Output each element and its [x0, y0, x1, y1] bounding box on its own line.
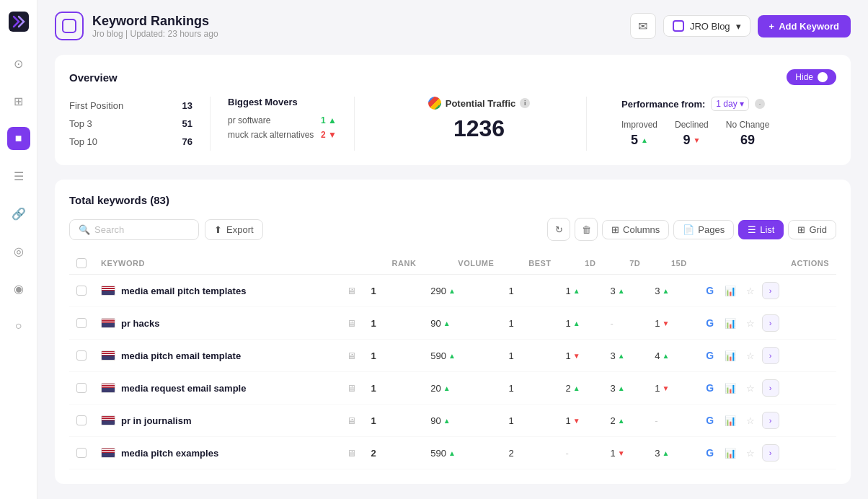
improved-label: Improved: [621, 120, 657, 130]
best-cell: 2: [501, 437, 558, 469]
row-checkbox[interactable]: [76, 415, 87, 425]
google-search-button[interactable]: G: [701, 347, 719, 364]
volume-cell: 90▲: [423, 405, 501, 437]
th-keyword: KEYWORD: [94, 252, 340, 275]
flag-icon: [101, 383, 115, 393]
change-cell: 1▲: [566, 286, 596, 296]
keyword-cell: pr hacks: [94, 307, 340, 340]
google-search-button[interactable]: G: [701, 412, 719, 429]
chart-button[interactable]: 📊: [722, 282, 739, 299]
expand-button[interactable]: ›: [762, 347, 779, 364]
1d-cell: 2▲: [559, 372, 603, 405]
blog-selector[interactable]: JRO Blog ▾: [663, 15, 750, 37]
pages-button[interactable]: 📄 Pages: [673, 220, 734, 239]
columns-button[interactable]: ⊞ Columns: [602, 220, 669, 239]
actions-cell: G 📊 ☆ ›: [694, 437, 836, 469]
7d-cell: 2▲: [603, 405, 647, 437]
star-button[interactable]: ☆: [742, 412, 759, 429]
monitor-icon[interactable]: 🖥: [347, 350, 356, 361]
sidebar-item-keywords[interactable]: ■: [7, 127, 30, 150]
add-keyword-label: Add Keyword: [779, 21, 839, 32]
table-header-row: KEYWORD RANK VOLUME BEST 1D 7D 15D ACTIO…: [69, 252, 836, 275]
chart-button[interactable]: 📊: [722, 347, 739, 364]
expand-button[interactable]: ›: [762, 282, 779, 299]
sidebar-item-settings[interactable]: ○: [7, 314, 30, 337]
down-arrow-icon: ▼: [618, 449, 625, 457]
mover-keyword-2: muck rack alternatives: [228, 130, 314, 140]
google-search-button[interactable]: G: [701, 444, 719, 462]
star-button[interactable]: ☆: [742, 379, 759, 397]
export-button[interactable]: ⬆ Export: [205, 219, 263, 240]
header-right: ✉ JRO Blog ▾ + Add Keyword: [630, 13, 851, 39]
sidebar-item-dashboard[interactable]: ⊞: [7, 89, 30, 112]
up-arrow-icon: ▲: [448, 352, 456, 360]
star-button[interactable]: ☆: [742, 347, 759, 364]
7d-cell: 1▼: [603, 437, 647, 469]
google-search-button[interactable]: G: [701, 282, 719, 299]
chart-button[interactable]: 📊: [722, 444, 739, 462]
delete-button[interactable]: 🗑: [575, 218, 598, 241]
th-best: BEST: [501, 252, 558, 275]
perf-period-selector[interactable]: 1 day ▾: [711, 97, 749, 111]
star-button[interactable]: ☆: [742, 282, 759, 299]
blog-selector-label: JRO Blog: [690, 21, 730, 32]
row-checkbox[interactable]: [76, 383, 87, 393]
sidebar-item-analytics[interactable]: ⊙: [7, 52, 30, 75]
row-checkbox[interactable]: [76, 286, 87, 296]
th-rank: RANK: [363, 252, 423, 275]
main-content: Keyword Rankings Jro blog | Updated: 23 …: [37, 0, 868, 499]
monitor-icon[interactable]: 🖥: [347, 383, 356, 394]
chart-button[interactable]: 📊: [722, 412, 739, 429]
monitor-icon[interactable]: 🖥: [347, 415, 356, 426]
expand-button[interactable]: ›: [762, 314, 779, 332]
up-arrow-icon: ▲: [448, 449, 456, 457]
row-checkbox[interactable]: [76, 350, 87, 361]
select-all-checkbox[interactable]: [76, 258, 87, 268]
actions-cell: G 📊 ☆ ›: [694, 340, 836, 372]
table-row: media email pitch templates 🖥 1 290▲ 1 1…: [69, 275, 836, 307]
rank-cell: 1: [363, 405, 423, 437]
list-view-button[interactable]: ☰ List: [738, 220, 784, 239]
email-button[interactable]: ✉: [630, 13, 656, 39]
up-arrow-icon: ▲: [573, 287, 580, 295]
star-button[interactable]: ☆: [742, 314, 759, 332]
add-keyword-button[interactable]: + Add Keyword: [758, 15, 851, 37]
up-arrow-icon: ▲: [618, 287, 625, 295]
volume-cell: 290▲: [423, 275, 501, 307]
up-arrow-icon: ▲: [448, 287, 456, 295]
monitor-icon[interactable]: 🖥: [347, 318, 356, 329]
monitor-icon[interactable]: 🖥: [347, 286, 356, 296]
google-search-button[interactable]: G: [701, 314, 719, 332]
change-cell: 3▲: [655, 286, 686, 296]
volume-cell: 590▲: [423, 340, 501, 372]
google-search-button[interactable]: G: [701, 379, 719, 397]
chart-button[interactable]: 📊: [722, 314, 739, 332]
keyword-text: media pitch email template: [121, 350, 241, 361]
sidebar-item-links[interactable]: 🔗: [7, 202, 30, 225]
search-box[interactable]: 🔍 Search: [69, 219, 199, 240]
monitor-cell: 🖥: [340, 307, 363, 340]
sidebar-item-search[interactable]: ◎: [7, 239, 30, 262]
list-icon: ☰: [748, 224, 756, 235]
row-checkbox[interactable]: [76, 448, 87, 458]
row-checkbox[interactable]: [76, 318, 87, 328]
chart-button[interactable]: 📊: [722, 379, 739, 397]
header-left: Keyword Rankings Jro blog | Updated: 23 …: [55, 12, 218, 40]
grid-view-button[interactable]: ⊞ Grid: [788, 220, 836, 239]
change-cell: 1▼: [566, 415, 596, 426]
keywords-title: Total keywords (83): [69, 194, 169, 206]
traffic-value: 1236: [389, 115, 569, 142]
sidebar-item-pages[interactable]: ☰: [7, 164, 30, 187]
keyword-text: media pitch examples: [121, 448, 218, 459]
star-button[interactable]: ☆: [742, 444, 759, 462]
first-position-value: 13: [182, 100, 192, 111]
up-arrow-icon: ▲: [443, 319, 451, 327]
hide-toggle-button[interactable]: Hide: [787, 69, 836, 85]
refresh-button[interactable]: ↻: [547, 218, 570, 241]
expand-button[interactable]: ›: [762, 379, 779, 397]
expand-button[interactable]: ›: [762, 412, 779, 429]
down-arrow-icon: ▼: [663, 319, 670, 327]
sidebar-item-alerts[interactable]: ◉: [7, 277, 30, 300]
expand-button[interactable]: ›: [762, 444, 779, 462]
monitor-icon[interactable]: 🖥: [347, 448, 356, 459]
